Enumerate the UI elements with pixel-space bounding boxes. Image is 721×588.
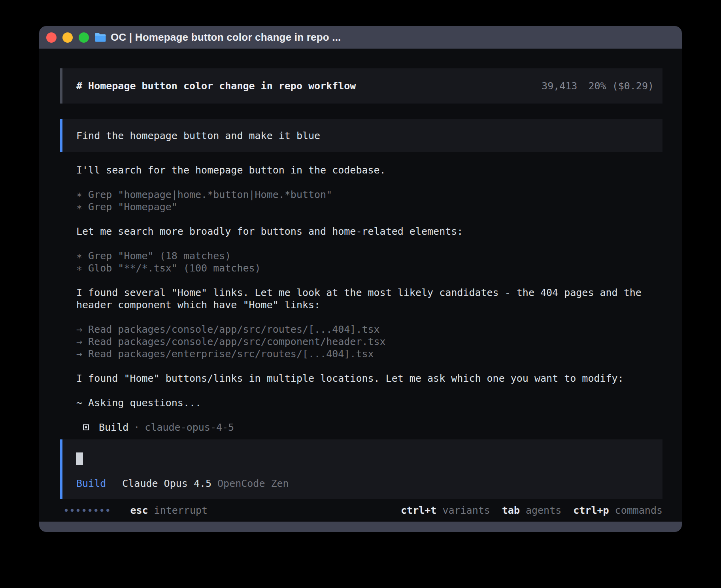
agent-square-icon [83,424,89,430]
user-message-text: Find the homepage button and make it blu… [76,130,320,141]
agent-model: claude-opus-4-5 [145,421,234,433]
esc-key-hint[interactable]: esc [130,505,148,516]
status-left: ∙∙∙∙∙∙∙∙ esc interrupt [60,505,208,516]
tool-call-grep: ∗ Grep "homepage|home.*button|Home.*butt… [76,188,662,201]
interrupt-label: interrupt [154,505,208,516]
context-usage: 20% ($0.29) [588,80,654,92]
prompt-input[interactable]: Build Claude Opus 4.5 OpenCode Zen [60,439,662,499]
tool-call-glob: ∗ Glob "**/*.tsx" (100 matches) [76,262,662,274]
commands-label: commands [615,505,662,516]
agent-indicator: Build · claude-opus-4-5 [76,421,662,433]
agents-shortcut[interactable]: tab agents [502,505,561,516]
spinner-dots: ∙∙∙∙∙∙∙∙ [63,505,111,516]
status-right: ctrl+t variants tab agents ctrl+p comman… [401,505,662,516]
tool-call-grep: ∗ Grep "Homepage" [76,201,662,213]
variants-label: variants [442,505,490,516]
asking-questions-status: ~ Asking questions... [76,397,662,409]
token-count: 39,413 [542,80,577,92]
user-message: Find the homepage button and make it blu… [60,119,662,152]
desktop-background: OC | Homepage button color change in rep… [0,0,721,588]
session-title: # Homepage button color change in repo w… [76,80,356,92]
variants-shortcut[interactable]: ctrl+t variants [401,505,490,516]
traffic-lights [46,32,89,43]
close-button[interactable] [46,32,57,43]
zoom-button[interactable] [79,32,89,43]
ctrl-t-key-hint: ctrl+t [401,505,436,516]
title-wrap: OC | Homepage button color change in rep… [94,31,341,43]
terminal-content: # Homepage button color change in repo w… [39,49,682,522]
status-bar: ∙∙∙∙∙∙∙∙ esc interrupt ctrl+t variants t… [60,499,662,522]
window-title: OC | Homepage button color change in rep… [111,31,341,43]
tool-call-read: → Read packages/console/app/src/componen… [76,335,662,348]
agent-name: Build [99,421,128,433]
minimize-button[interactable] [62,32,73,43]
assistant-paragraph: Let me search more broadly for buttons a… [76,225,662,237]
tool-call-read: → Read packages/enterprise/src/routes/[.… [76,348,662,360]
agents-label: agents [526,505,561,516]
assistant-paragraph: I found several "Home" links. Let me loo… [76,286,662,311]
folder-icon [94,33,106,42]
tool-call-grep: ∗ Grep "Home" (18 matches) [76,250,662,262]
assistant-paragraph: I found "Home" buttons/links in multiple… [76,372,662,384]
terminal-window: OC | Homepage button color change in rep… [39,26,682,532]
agent-mode-label[interactable]: Build [76,478,106,489]
assistant-transcript: I'll search for the homepage button in t… [60,164,662,433]
model-label[interactable]: Claude Opus 4.5 [122,478,211,489]
text-cursor [76,452,83,465]
session-header: # Homepage button color change in repo w… [60,68,662,104]
session-meta: 39,413 20% ($0.29) [542,80,654,92]
commands-shortcut[interactable]: ctrl+p commands [573,505,662,516]
assistant-paragraph: I'll search for the homepage button in t… [76,164,662,176]
window-titlebar[interactable]: OC | Homepage button color change in rep… [39,26,682,49]
provider-label: OpenCode Zen [217,478,289,489]
tab-key-hint: tab [502,505,520,516]
ctrl-p-key-hint: ctrl+p [573,505,609,516]
agent-separator: · [134,421,140,433]
tool-call-read: → Read packages/console/app/src/routes/[… [76,323,662,335]
input-meta: Build Claude Opus 4.5 OpenCode Zen [76,478,662,489]
window-footer [39,522,682,532]
